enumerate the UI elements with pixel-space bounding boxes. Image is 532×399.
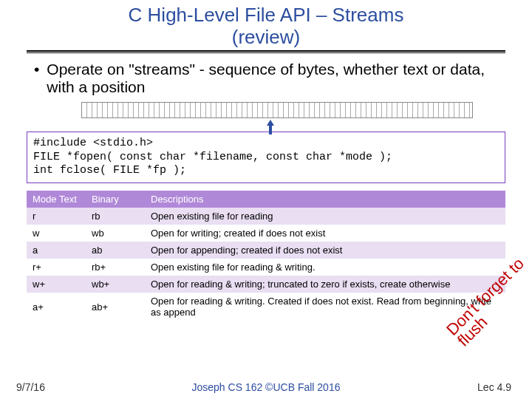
cell-binary: ab+	[86, 293, 145, 321]
slide-title: C High-Level File API – Streams (review)	[0, 0, 532, 49]
mode-table: Mode Text Binary Descriptions r rb Open …	[27, 191, 505, 321]
table-row: a ab Open for appending; created if does…	[27, 242, 505, 259]
footer-date: 9/7/16	[16, 381, 45, 393]
header-binary: Binary	[86, 191, 145, 208]
table-row: w wb Open for writing; created if does n…	[27, 225, 505, 242]
cell-desc: Open existing file for reading	[145, 208, 505, 225]
cell-mode: a	[27, 242, 86, 259]
cell-desc: Open for writing; created if does not ex…	[145, 225, 505, 242]
title-line1: C High-Level File API – Streams	[129, 4, 404, 26]
table-header-row: Mode Text Binary Descriptions	[27, 191, 505, 208]
cell-binary: wb+	[86, 276, 145, 293]
table-row: a+ ab+ Open for reading & writing. Creat…	[27, 293, 505, 321]
title-rule	[27, 50, 505, 53]
cell-mode: w	[27, 225, 86, 242]
table-row: r rb Open existing file for reading	[27, 208, 505, 225]
table-row: w+ wb+ Open for reading & writing; trunc…	[27, 276, 505, 293]
bullet-dot-icon: •	[34, 61, 39, 96]
cell-mode: w+	[27, 276, 86, 293]
table-row: r+ rb+ Open existing file for reading & …	[27, 259, 505, 276]
cell-mode: r+	[27, 259, 86, 276]
footer-center: Joseph CS 162 ©UCB Fall 2016	[0, 381, 532, 393]
header-desc: Descriptions	[145, 191, 505, 208]
cell-binary: ab	[86, 242, 145, 259]
header-mode: Mode Text	[27, 191, 86, 208]
cell-mode: r	[27, 208, 86, 225]
cell-desc: Open existing file for reading & writing…	[145, 259, 505, 276]
cell-desc: Open for appending; created if does not …	[145, 242, 505, 259]
footer: 9/7/16 Joseph CS 162 ©UCB Fall 2016 Lec …	[0, 381, 532, 393]
footer-lec: Lec 4.9	[477, 381, 511, 393]
bullet-item: • Operate on "streams" - sequence of byt…	[30, 61, 502, 96]
bullet-list: • Operate on "streams" - sequence of byt…	[30, 61, 502, 96]
title-line2: (review)	[232, 26, 300, 48]
cell-binary: rb	[86, 208, 145, 225]
bullet-text: Operate on "streams" - sequence of bytes…	[47, 61, 502, 96]
code-snippet: #include <stdio.h> FILE *fopen( const ch…	[27, 132, 505, 183]
cell-desc: Open for reading & writing; truncated to…	[145, 276, 505, 293]
cell-mode: a+	[27, 293, 86, 321]
cell-binary: rb+	[86, 259, 145, 276]
byte-stream-bar	[81, 102, 473, 118]
cell-binary: wb	[86, 225, 145, 242]
